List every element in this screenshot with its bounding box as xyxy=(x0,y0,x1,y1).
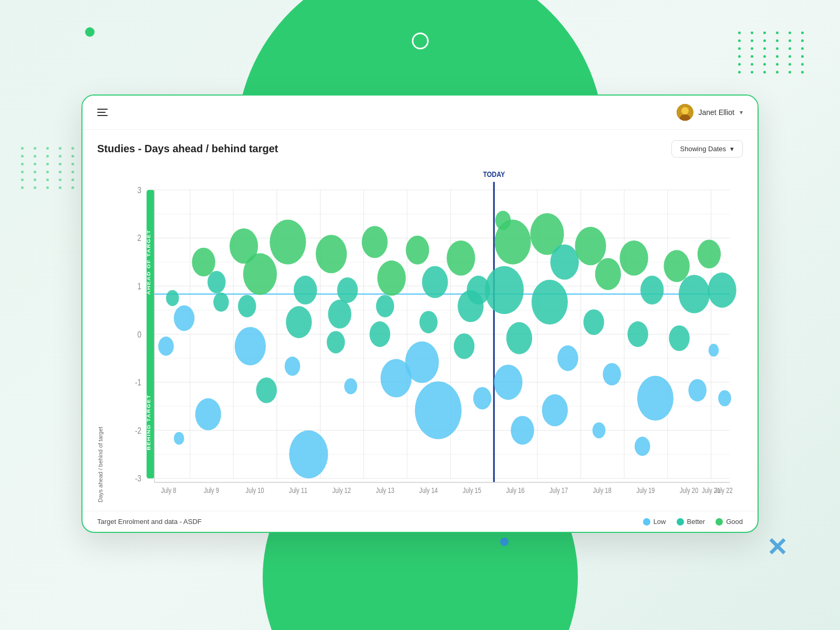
svg-point-70 xyxy=(269,219,306,264)
legend-item-good: Good xyxy=(715,518,743,526)
svg-text:July 18: July 18 xyxy=(593,487,611,495)
svg-point-62 xyxy=(208,271,226,293)
svg-point-87 xyxy=(405,341,439,383)
legend-label-better: Better xyxy=(687,518,706,526)
chart-container: Days ahead / behind of target xyxy=(97,166,743,502)
user-menu[interactable]: Janet Elliot ▾ xyxy=(677,104,743,121)
svg-point-77 xyxy=(327,331,345,353)
svg-point-116 xyxy=(663,250,689,282)
svg-point-119 xyxy=(688,379,707,402)
svg-point-81 xyxy=(377,260,406,296)
chart-area: Studies - Days ahead / behind target Sho… xyxy=(82,130,758,511)
legend-item-better: Better xyxy=(677,518,706,526)
svg-point-121 xyxy=(708,272,736,308)
svg-point-111 xyxy=(620,240,648,276)
svg-point-112 xyxy=(640,276,663,304)
chevron-down-icon: ▾ xyxy=(740,109,743,116)
svg-text:July 8: July 8 xyxy=(161,487,176,495)
svg-point-61 xyxy=(192,248,215,277)
card-header: Janet Elliot ▾ xyxy=(82,96,758,130)
legend-label-good: Good xyxy=(726,518,743,526)
top-nav-indicator xyxy=(412,33,429,49)
svg-point-1 xyxy=(681,107,689,114)
svg-point-57 xyxy=(166,290,179,307)
legend-label-low: Low xyxy=(654,518,666,526)
svg-point-66 xyxy=(243,253,277,295)
main-card: Janet Elliot ▾ Studies - Days ahead / be… xyxy=(81,94,759,533)
svg-point-97 xyxy=(485,266,524,314)
svg-text:July 16: July 16 xyxy=(506,487,524,495)
svg-point-89 xyxy=(419,311,438,333)
svg-point-58 xyxy=(174,306,194,331)
svg-text:-1: -1 xyxy=(135,377,141,387)
bubble-chart-svg: AHEAD OF TARGET BEHIND TARGET 3 2 1 0 -1… xyxy=(108,166,743,502)
dot-grid-left xyxy=(21,147,79,189)
svg-text:July 15: July 15 xyxy=(463,487,481,495)
svg-text:July 22: July 22 xyxy=(714,487,732,495)
svg-point-114 xyxy=(637,376,673,421)
svg-point-67 xyxy=(235,327,266,365)
legend-dot-low xyxy=(643,518,650,526)
legend-item-low: Low xyxy=(643,518,666,526)
dot-grid-top-right xyxy=(738,32,808,74)
svg-point-69 xyxy=(238,295,256,318)
showing-dates-dropdown[interactable]: Showing Dates ▾ xyxy=(671,140,743,158)
chart-title: Studies - Days ahead / behind target xyxy=(97,143,278,155)
dropdown-chevron-icon: ▾ xyxy=(730,145,734,153)
svg-point-86 xyxy=(422,266,448,298)
svg-text:July 11: July 11 xyxy=(289,487,307,495)
svg-point-90 xyxy=(447,240,475,276)
svg-point-120 xyxy=(698,239,721,268)
avatar xyxy=(677,104,693,121)
svg-text:-3: -3 xyxy=(135,474,141,484)
svg-point-98 xyxy=(506,322,532,354)
svg-point-102 xyxy=(551,245,579,280)
svg-point-100 xyxy=(511,416,534,445)
svg-point-113 xyxy=(627,321,648,347)
svg-point-71 xyxy=(294,276,317,304)
svg-point-99 xyxy=(494,364,522,400)
legend: Low Better Good xyxy=(643,518,743,526)
footer-label: Target Enrolment and data - ASDF xyxy=(97,518,202,526)
menu-button[interactable] xyxy=(97,109,108,116)
svg-point-117 xyxy=(679,275,710,313)
svg-text:BEHIND TARGET: BEHIND TARGET xyxy=(146,394,151,450)
svg-point-96 xyxy=(495,219,531,264)
svg-point-85 xyxy=(406,236,429,265)
svg-point-103 xyxy=(532,280,568,324)
svg-point-88 xyxy=(415,382,462,439)
svg-text:TODAY: TODAY xyxy=(483,170,505,179)
svg-point-110 xyxy=(593,422,606,438)
svg-point-84 xyxy=(376,295,395,318)
chart-inner: AHEAD OF TARGET BEHIND TARGET 3 2 1 0 -1… xyxy=(108,166,743,502)
x-mark-decoration: ✕ xyxy=(766,532,787,562)
svg-point-106 xyxy=(575,227,606,265)
card-footer: Target Enrolment and data - ASDF Low Bet… xyxy=(82,511,758,532)
bg-dot-blue xyxy=(500,538,509,546)
svg-point-63 xyxy=(195,398,221,430)
svg-text:July 17: July 17 xyxy=(549,487,568,495)
svg-point-73 xyxy=(289,430,328,479)
svg-text:July 14: July 14 xyxy=(419,487,438,495)
chart-top-bar: Studies - Days ahead / behind target Sho… xyxy=(97,140,743,158)
svg-point-118 xyxy=(669,326,689,351)
svg-point-123 xyxy=(718,390,731,406)
svg-text:July 20: July 20 xyxy=(680,487,698,495)
bg-dot-green xyxy=(85,27,95,37)
svg-point-108 xyxy=(584,309,604,335)
svg-text:2: 2 xyxy=(138,233,142,243)
svg-point-94 xyxy=(458,290,483,322)
svg-point-72 xyxy=(285,356,300,376)
svg-text:July 9: July 9 xyxy=(204,487,219,495)
svg-point-76 xyxy=(337,277,358,303)
svg-text:AHEAD OF TARGET: AHEAD OF TARGET xyxy=(146,229,151,295)
svg-point-115 xyxy=(635,437,650,456)
svg-point-59 xyxy=(158,337,174,356)
svg-text:July 10: July 10 xyxy=(245,487,264,495)
svg-point-82 xyxy=(369,321,390,347)
legend-dot-better xyxy=(677,518,684,526)
legend-dot-good xyxy=(715,518,723,526)
svg-text:3: 3 xyxy=(138,185,142,195)
svg-point-80 xyxy=(362,226,388,258)
svg-point-78 xyxy=(344,378,357,394)
